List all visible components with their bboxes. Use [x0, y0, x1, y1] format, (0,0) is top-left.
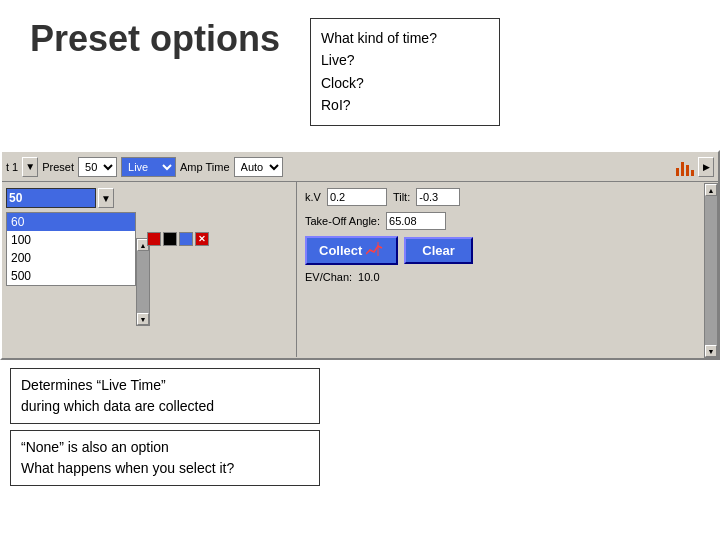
histogram-icon: [674, 158, 696, 176]
app-window: t 1 ▼ Preset 50 Live Amp Time Auto ▶: [0, 150, 720, 360]
kv-input[interactable]: [327, 188, 387, 206]
color-btn-red[interactable]: [147, 232, 161, 246]
evchan-row: EV/Chan: 10.0: [305, 271, 710, 283]
preset-select[interactable]: 50: [78, 157, 117, 177]
content-area: ▼ 60 100 200 500 ▲ ▼ ✕: [2, 182, 718, 357]
collect-label: Collect: [319, 243, 362, 258]
tooltip-line3: Clock?: [321, 72, 489, 94]
left-panel: ▼ 60 100 200 500 ▲ ▼ ✕: [2, 182, 297, 357]
svg-rect-0: [676, 168, 679, 176]
evchan-label: EV/Chan:: [305, 271, 352, 283]
tilt-input[interactable]: [416, 188, 460, 206]
color-buttons-group: ✕: [147, 232, 209, 246]
clear-label: Clear: [422, 243, 455, 258]
tooltip-box: What kind of time? Live? Clock? RoI?: [310, 18, 500, 126]
amp-time-label: Amp Time: [180, 161, 230, 173]
annotation-box2-line1: “None” is also an option: [21, 437, 309, 458]
annotation-box1-line2: during which data are collected: [21, 396, 309, 417]
annotation-box1: Determines “Live Time” during which data…: [10, 368, 320, 424]
channel-dropdown-arrow[interactable]: ▼: [22, 157, 38, 177]
preset-dropdown-btn[interactable]: ▼: [98, 188, 114, 208]
scroll-down-arrow[interactable]: ▼: [137, 313, 149, 325]
takeoff-input[interactable]: [386, 212, 446, 230]
dropdown-scrollbar[interactable]: ▲ ▼: [136, 238, 150, 326]
color-btn-black[interactable]: [163, 232, 177, 246]
evchan-value: 10.0: [358, 271, 379, 283]
clear-button[interactable]: Clear: [404, 237, 473, 264]
preset-input-field[interactable]: [6, 188, 96, 208]
color-btn-blue[interactable]: [179, 232, 193, 246]
right-scrollbar[interactable]: ▲ ▼: [704, 183, 718, 358]
expand-btn[interactable]: ▶: [698, 157, 714, 177]
tooltip-line1: What kind of time?: [321, 27, 489, 49]
svg-rect-1: [681, 162, 684, 176]
tooltip-line2: Live?: [321, 49, 489, 71]
takeoff-label: Take-Off Angle:: [305, 215, 380, 227]
page-title: Preset options: [30, 18, 280, 59]
right-scroll-down[interactable]: ▼: [705, 345, 717, 357]
svg-rect-2: [686, 165, 689, 176]
collect-chart-icon: [366, 242, 384, 259]
tilt-label: Tilt:: [393, 191, 410, 203]
preset-label: Preset: [42, 161, 74, 173]
list-item-200[interactable]: 200: [7, 249, 135, 267]
annotation-box2: “None” is also an option What happens wh…: [10, 430, 320, 486]
preset-dropdown-list: 60 100 200 500: [6, 212, 136, 286]
kv-label: k.V: [305, 191, 321, 203]
annotation-box2-line2: What happens when you select it?: [21, 458, 309, 479]
toolbar-row: t 1 ▼ Preset 50 Live Amp Time Auto ▶: [2, 152, 718, 182]
title-area: Preset options: [30, 18, 280, 60]
channel-label: t 1: [6, 161, 18, 173]
tooltip-line4: RoI?: [321, 94, 489, 116]
live-select[interactable]: Live: [121, 157, 176, 177]
collect-button[interactable]: Collect: [305, 236, 398, 265]
right-scroll-up[interactable]: ▲: [705, 184, 717, 196]
right-panel: k.V Tilt: Take-Off Angle: Collect: [297, 182, 718, 357]
close-btn[interactable]: ✕: [195, 232, 209, 246]
list-item-100[interactable]: 100: [7, 231, 135, 249]
annotation-box1-line1: Determines “Live Time”: [21, 375, 309, 396]
takeoff-row: Take-Off Angle:: [305, 212, 710, 230]
collect-clear-row: Collect Clear: [305, 236, 710, 265]
auto-select[interactable]: Auto: [234, 157, 283, 177]
list-item-500[interactable]: 500: [7, 267, 135, 285]
right-scroll-track: [705, 196, 717, 345]
kv-tilt-row: k.V Tilt:: [305, 188, 710, 206]
scroll-track: [137, 251, 149, 313]
svg-rect-3: [691, 170, 694, 176]
list-item-60[interactable]: 60: [7, 213, 135, 231]
